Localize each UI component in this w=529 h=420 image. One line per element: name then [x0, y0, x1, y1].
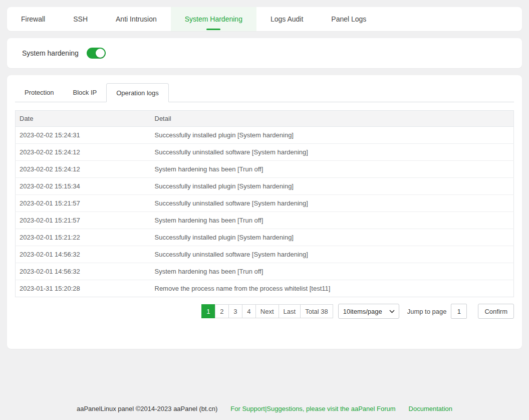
tab-firewall[interactable]: Firewall — [7, 7, 59, 31]
tab-operation-logs[interactable]: Operation logs — [106, 83, 169, 102]
page-button-3[interactable]: 3 — [228, 304, 242, 318]
cell-detail: Successfully installed plugin [System ha… — [151, 127, 514, 144]
column-header-date: Date — [16, 111, 151, 127]
cell-date: 2023-01-31 15:20:28 — [16, 280, 151, 297]
table-row: 2023-02-02 15:24:12Successfully uninstal… — [16, 144, 514, 161]
tab-label: Anti Intrusion — [116, 15, 157, 23]
total-count-label: Total 38 — [300, 304, 333, 318]
items-per-page-wrap: 10items/page — [338, 304, 399, 319]
tab-ssh[interactable]: SSH — [59, 7, 102, 31]
cell-date: 2023-02-02 15:24:31 — [16, 127, 151, 144]
jump-to-page-input[interactable] — [451, 304, 467, 319]
cell-detail: System hardening has been [Trun off] — [151, 161, 514, 178]
table-body: 2023-02-02 15:24:31Successfully installe… — [16, 127, 514, 297]
cell-detail: Successfully installed plugin [System ha… — [151, 229, 514, 246]
tab-system-hardening[interactable]: System Hardening — [171, 7, 256, 31]
page: FirewallSSHAnti IntrusionSystem Hardenin… — [0, 7, 529, 412]
cell-detail: Remove the process name from the process… — [151, 280, 514, 297]
cell-detail: System hardening has been [Trun off] — [151, 263, 514, 280]
table-row: 2023-02-01 15:21:57System hardening has … — [16, 212, 514, 229]
page-button-1[interactable]: 1 — [201, 304, 215, 318]
table-row: 2023-02-02 15:24:31Successfully installe… — [16, 127, 514, 144]
tab-block-ip[interactable]: Block IP — [64, 83, 107, 102]
footer-docs-link[interactable]: Documentation — [409, 405, 452, 412]
confirm-button[interactable]: Confirm — [478, 304, 514, 319]
security-tabbar: FirewallSSHAnti IntrusionSystem Hardenin… — [7, 7, 522, 31]
cell-date: 2023-02-01 15:21:57 — [16, 195, 151, 212]
active-tab-underline-icon — [206, 29, 220, 30]
cell-detail: Successfully uninstalled software [Syste… — [151, 144, 514, 161]
table-header: Date Detail — [16, 111, 514, 127]
table-row: 2023-02-01 14:56:32Successfully uninstal… — [16, 246, 514, 263]
next-page-button[interactable]: Next — [255, 304, 279, 318]
cell-date: 2023-02-01 15:21:57 — [16, 212, 151, 229]
column-header-detail: Detail — [151, 111, 514, 127]
log-panel-tabbar: ProtectionBlock IPOperation logs — [15, 83, 514, 102]
cell-date: 2023-02-02 15:24:12 — [16, 144, 151, 161]
cell-detail: Successfully installed plugin [System ha… — [151, 178, 514, 195]
system-hardening-label: System hardening — [22, 49, 79, 57]
system-hardening-card: System hardening — [7, 38, 522, 68]
table-row: 2023-01-31 15:20:28Remove the process na… — [16, 280, 514, 297]
table-row: 2023-02-02 15:24:12System hardening has … — [16, 161, 514, 178]
cell-date: 2023-02-01 15:21:22 — [16, 229, 151, 246]
pagination: 1234 Next Last Total 38 10items/page Jum… — [15, 304, 514, 319]
tab-protection[interactable]: Protection — [15, 83, 64, 102]
operation-logs-table: Date Detail 2023-02-02 15:24:31Successfu… — [15, 110, 514, 297]
jump-to-page-label: Jump to page — [407, 308, 447, 315]
table-row: 2023-02-01 14:56:32System hardening has … — [16, 263, 514, 280]
table-row: 2023-02-01 15:21:22Successfully installe… — [16, 229, 514, 246]
cell-date: 2023-02-02 15:24:12 — [16, 161, 151, 178]
tab-label: Firewall — [21, 15, 45, 23]
system-hardening-toggle[interactable] — [87, 48, 106, 59]
tab-label: Logs Audit — [271, 15, 303, 23]
cell-detail: System hardening has been [Trun off] — [151, 212, 514, 229]
operation-logs-panel: ProtectionBlock IPOperation logs Date De… — [7, 75, 522, 349]
cell-date: 2023-02-01 14:56:32 — [16, 263, 151, 280]
page-nav-group: Next Last Total 38 — [255, 304, 333, 318]
cell-date: 2023-02-01 14:56:32 — [16, 246, 151, 263]
tab-anti-intrusion[interactable]: Anti Intrusion — [102, 7, 171, 31]
tab-label: Panel Logs — [331, 15, 366, 23]
tab-label: System Hardening — [185, 15, 242, 23]
tab-panel-logs[interactable]: Panel Logs — [317, 7, 380, 31]
tab-label: SSH — [73, 15, 88, 23]
cell-date: 2023-02-02 15:15:34 — [16, 178, 151, 195]
page-button-group: 1234 — [201, 304, 256, 318]
last-page-button[interactable]: Last — [279, 304, 301, 318]
page-button-4[interactable]: 4 — [242, 304, 256, 318]
cell-detail: Successfully uninstalled software [Syste… — [151, 246, 514, 263]
tab-logs-audit[interactable]: Logs Audit — [256, 7, 317, 31]
cell-detail: Successfully uninstalled software [Syste… — [151, 195, 514, 212]
table-row: 2023-02-01 15:21:57Successfully uninstal… — [16, 195, 514, 212]
footer: aaPanelLinux panel ©2014-2023 aaPanel (b… — [0, 405, 529, 412]
page-button-2[interactable]: 2 — [215, 304, 229, 318]
table-row: 2023-02-02 15:15:34Successfully installe… — [16, 178, 514, 195]
footer-support-link[interactable]: For Support|Suggestions, please visit th… — [230, 405, 395, 412]
footer-copyright: aaPanelLinux panel ©2014-2023 aaPanel (b… — [77, 405, 217, 412]
items-per-page-select[interactable]: 10items/page — [338, 304, 399, 319]
